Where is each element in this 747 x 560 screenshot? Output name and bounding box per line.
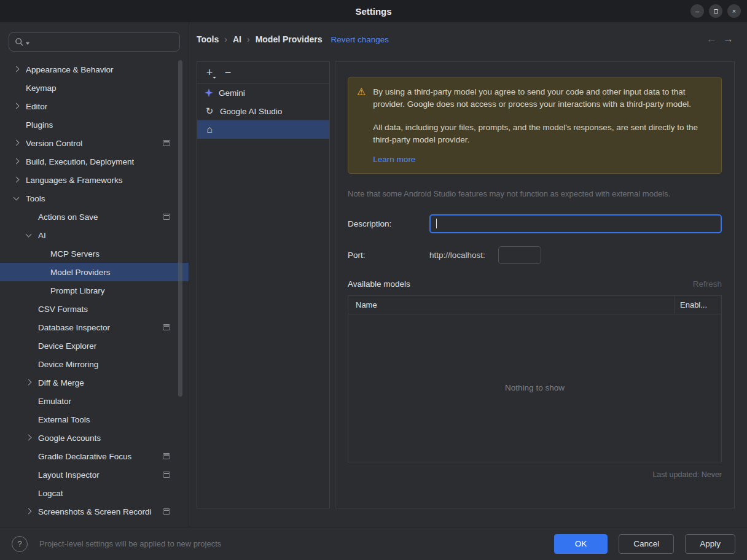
provider-item-label: Google AI Studio <box>220 107 282 116</box>
description-input[interactable] <box>429 214 722 233</box>
back-arrow-icon[interactable]: ← <box>706 33 717 45</box>
footer: ? Project-level settings will be applied… <box>0 527 747 560</box>
sidebar-item-label: Emulator <box>38 397 71 406</box>
chevron-right-icon[interactable] <box>10 60 26 79</box>
project-settings-badge-icon <box>163 508 170 515</box>
forward-arrow-icon[interactable]: → <box>723 33 733 45</box>
models-table-header: NameEnabl... <box>348 296 721 314</box>
panels: + − Gemini↻Google AI Studio⌂ ⚠ By using … <box>197 61 735 508</box>
chevron-right-icon[interactable] <box>10 134 26 152</box>
sidebar-item-ai[interactable]: AI <box>0 226 189 244</box>
sidebar-item-label: Prompt Library <box>50 286 105 295</box>
ai-studio-icon: ↻ <box>205 106 214 117</box>
project-settings-badge-icon <box>163 453 170 459</box>
provider-item-home[interactable]: ⌂ <box>197 120 329 139</box>
sidebar-item-actions-on-save[interactable]: Actions on Save <box>0 208 189 226</box>
sidebar-item-label: Database Inspector <box>38 323 110 332</box>
sidebar-item-label: Keymap <box>26 84 57 93</box>
window-title: Settings <box>355 6 391 17</box>
project-settings-badge-icon <box>163 324 170 330</box>
chevron-right-icon[interactable] <box>10 97 26 115</box>
sidebar-item-google-accounts[interactable]: Google Accounts <box>0 429 189 447</box>
breadcrumb-item-ai[interactable]: AI <box>233 34 241 44</box>
chevron-spacer <box>22 318 38 336</box>
apply-button[interactable]: Apply <box>685 534 735 554</box>
chevron-right-icon[interactable] <box>22 429 38 447</box>
chevron-spacer <box>22 484 38 502</box>
cancel-button[interactable]: Cancel <box>619 534 674 554</box>
port-row: Port: http://localhost: <box>348 246 722 264</box>
sidebar-item-csv-formats[interactable]: CSV Formats <box>0 300 189 318</box>
sidebar-item-version-control[interactable]: Version Control <box>0 134 189 152</box>
sidebar-item-prompt-library[interactable]: Prompt Library <box>0 281 189 300</box>
search-box[interactable] <box>9 32 180 52</box>
sidebar-item-gradle-declarative-focus[interactable]: Gradle Declarative Focus <box>0 447 189 465</box>
ok-button[interactable]: OK <box>554 534 608 554</box>
sidebar-item-label: MCP Servers <box>50 249 100 259</box>
chevron-spacer <box>22 355 38 373</box>
sidebar-item-database-inspector[interactable]: Database Inspector <box>0 318 189 336</box>
sidebar-item-label: Build, Execution, Deployment <box>26 157 134 166</box>
sidebar-item-screenshots-screen-recordi[interactable]: Screenshots & Screen Recordi <box>0 502 189 521</box>
sidebar-item-device-explorer[interactable]: Device Explorer <box>0 336 189 355</box>
sidebar-item-emulator[interactable]: Emulator <box>0 392 189 410</box>
sidebar-item-mcp-servers[interactable]: MCP Servers <box>0 244 189 263</box>
search-icon <box>15 37 24 47</box>
breadcrumb-row: Tools›AI›Model Providers Revert changes … <box>189 22 747 56</box>
sidebar-item-languages-frameworks[interactable]: Languages & Frameworks <box>0 171 189 189</box>
sidebar-item-label: Model Providers <box>50 268 111 277</box>
sidebar-item-model-providers[interactable]: Model Providers <box>0 263 189 281</box>
breadcrumb-item-model-providers[interactable]: Model Providers <box>256 34 323 44</box>
sidebar-item-logcat[interactable]: Logcat <box>0 484 189 502</box>
sidebar-item-editor[interactable]: Editor <box>0 97 189 115</box>
available-models-row: Available models Refresh <box>348 279 722 289</box>
sidebar-item-device-mirroring[interactable]: Device Mirroring <box>0 355 189 373</box>
search-input[interactable] <box>31 37 174 47</box>
warning-body: By using a third-party model you agree t… <box>373 86 713 166</box>
chevron-down-icon[interactable] <box>22 226 38 244</box>
provider-item-google-ai-studio[interactable]: ↻Google AI Studio <box>197 102 329 120</box>
maximize-button[interactable] <box>709 4 722 18</box>
add-provider-button[interactable]: + <box>201 64 217 80</box>
chevron-spacer <box>34 244 50 263</box>
learn-more-link[interactable]: Learn more <box>373 155 415 164</box>
refresh-link[interactable]: Refresh <box>693 279 722 289</box>
last-updated-label: Last updated: Never <box>348 470 722 479</box>
revert-changes-link[interactable]: Revert changes <box>331 35 389 44</box>
chevron-spacer <box>22 392 38 410</box>
help-button[interactable]: ? <box>12 536 28 552</box>
chevron-spacer <box>10 79 26 97</box>
sidebar-item-plugins[interactable]: Plugins <box>0 115 189 134</box>
chevron-right-icon[interactable] <box>10 152 26 171</box>
remove-provider-button[interactable]: − <box>220 64 236 80</box>
warning-banner: ⚠ By using a third-party model you agree… <box>348 77 722 174</box>
help-icon: ? <box>17 539 22 548</box>
column-header-name[interactable]: Name <box>348 296 675 314</box>
maximize-icon <box>714 9 718 14</box>
warning-paragraph-1: By using a third-party model you agree t… <box>373 86 713 110</box>
warning-icon: ⚠ <box>357 86 366 166</box>
sidebar-item-keymap[interactable]: Keymap <box>0 79 189 97</box>
sidebar-item-layout-inspector[interactable]: Layout Inspector <box>0 465 189 484</box>
chevron-down-icon[interactable] <box>10 189 26 208</box>
minimize-button[interactable]: – <box>690 4 704 18</box>
provider-item-gemini[interactable]: Gemini <box>197 84 329 102</box>
column-header-enabl[interactable]: Enabl... <box>675 296 721 314</box>
sidebar-item-appearance-behavior[interactable]: Appearance & Behavior <box>0 60 189 79</box>
chevron-right-icon[interactable] <box>22 502 38 521</box>
close-button[interactable]: × <box>727 4 741 18</box>
chevron-right-icon[interactable] <box>10 171 26 189</box>
search-history-caret-icon[interactable] <box>26 42 29 45</box>
description-row: Description: <box>348 214 722 233</box>
sidebar-item-build-execution-deployment[interactable]: Build, Execution, Deployment <box>0 152 189 171</box>
breadcrumb-item-tools[interactable]: Tools <box>197 34 219 44</box>
sidebar-item-diff-merge[interactable]: Diff & Merge <box>0 373 189 392</box>
chevron-right-icon[interactable] <box>22 373 38 392</box>
sidebar-item-label: External Tools <box>38 415 90 424</box>
sidebar-item-label: Google Accounts <box>38 434 101 443</box>
port-input[interactable] <box>498 246 541 264</box>
sidebar-item-external-tools[interactable]: External Tools <box>0 410 189 429</box>
sidebar-item-tools[interactable]: Tools <box>0 189 189 208</box>
sidebar: Appearance & BehaviorKeymapEditorPlugins… <box>0 22 189 527</box>
sidebar-scrollbar[interactable] <box>178 60 182 397</box>
